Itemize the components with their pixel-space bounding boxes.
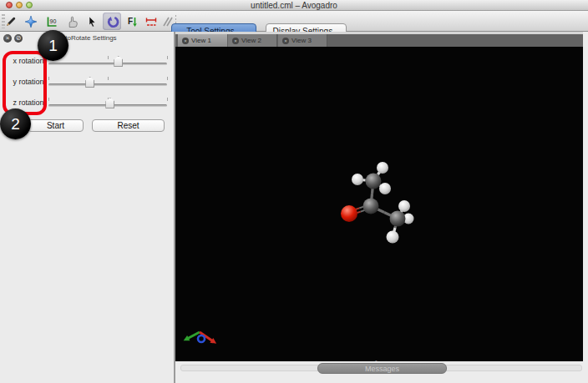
avogadro-window: untitled.cml – Avogadro 90 — [0, 0, 588, 383]
atom-H2[interactable] — [377, 162, 388, 174]
reset-button[interactable]: Reset — [92, 119, 165, 132]
autooptimize-icon: F — [125, 15, 139, 28]
pencil-icon — [4, 15, 18, 28]
render-viewport[interactable] — [175, 47, 583, 361]
panel-title: AutoRotate Settings — [0, 34, 174, 42]
y-rotation-slider-track[interactable] — [48, 83, 167, 86]
x-rotation-slider-row: x rotation: — [0, 53, 174, 70]
tab-label: View 3 — [291, 37, 312, 44]
toolbar: 90 F — [0, 11, 588, 32]
autorotate-icon — [105, 15, 119, 29]
cursor-arrow-icon — [85, 15, 99, 28]
tab-label: View 2 — [241, 37, 261, 44]
atom-C2[interactable] — [366, 174, 382, 189]
x-rotation-slider-label: x rotation: — [0, 57, 46, 65]
tab-close-icon[interactable]: × — [282, 38, 289, 44]
measure-tool-button[interactable]: 90 — [43, 13, 60, 30]
atom-C1[interactable] — [363, 199, 379, 214]
panel-header: × ⊘ AutoRotate Settings — [0, 32, 174, 47]
selection-tool-button[interactable] — [84, 13, 100, 30]
start-button[interactable]: Start — [28, 119, 84, 132]
view-tabbar: ×View 1×View 2×View 3 — [175, 34, 583, 47]
autooptimize-tool-button[interactable]: F — [124, 13, 140, 30]
autorotate-settings-panel: × ⊘ AutoRotate Settings x rotation:y rot… — [0, 32, 174, 383]
axis-indicator — [184, 332, 217, 344]
molecule-acetone — [175, 47, 583, 361]
tab-close-icon[interactable]: × — [232, 38, 239, 44]
axis-blue-z — [198, 335, 205, 342]
title-bar: untitled.cml – Avogadro — [0, 0, 588, 11]
tab-view-3[interactable]: ×View 3 — [278, 34, 327, 47]
slider-tick — [167, 98, 168, 101]
manipulate-tool-button[interactable] — [63, 13, 80, 30]
x-rotation-slider-track[interactable] — [48, 63, 167, 65]
y-rotation-slider-label: y rotation: — [0, 78, 46, 86]
navigate-star-icon — [24, 15, 38, 28]
measure-distance-icon — [144, 15, 158, 28]
y-rotation-slider-row: y rotation: — [0, 74, 174, 91]
atom-C3[interactable] — [390, 211, 406, 227]
tab-view-2[interactable]: ×View 2 — [228, 34, 277, 47]
axis-red — [200, 332, 213, 341]
slider-tick — [48, 77, 49, 80]
slider-tick — [108, 77, 109, 80]
atom-H3[interactable] — [379, 183, 391, 194]
z-rotation-slider[interactable] — [48, 95, 167, 112]
x-rotation-slider-thumb[interactable] — [114, 56, 123, 67]
atom-H4[interactable] — [398, 200, 410, 212]
atom-O[interactable] — [341, 205, 357, 222]
annotation-step-2: 2 — [0, 108, 31, 139]
navigate-tool-button[interactable] — [23, 13, 39, 30]
svg-text:F: F — [128, 17, 133, 26]
annotation-step-1: 1 — [38, 30, 68, 61]
hand-icon — [65, 15, 79, 28]
atom-H6[interactable] — [387, 231, 399, 244]
x-rotation-slider[interactable] — [48, 53, 167, 70]
y-rotation-slider-thumb[interactable] — [85, 77, 94, 88]
z-rotation-slider-row: z rotation: — [0, 95, 174, 112]
tab-view-1[interactable]: ×View 1 — [178, 34, 227, 47]
messages-bar: ˆ Messages — [175, 361, 588, 383]
slider-tick — [167, 77, 168, 80]
messages-button[interactable]: Messages — [317, 363, 447, 374]
slider-tick — [167, 56, 168, 59]
svg-text:90: 90 — [50, 18, 57, 24]
autorotate-tool-button[interactable] — [104, 13, 120, 30]
draw-tool-button[interactable] — [3, 13, 19, 30]
y-rotation-slider[interactable] — [48, 74, 167, 91]
window-title: untitled.cml – Avogadro — [0, 0, 588, 11]
slider-tick — [48, 98, 49, 101]
viewport-area: ×View 1×View 2×View 3 — [175, 32, 588, 383]
atom-H1[interactable] — [352, 174, 363, 185]
tab-label: View 1 — [191, 37, 211, 44]
z-rotation-slider-label: z rotation: — [0, 98, 46, 107]
slider-tick — [108, 56, 109, 59]
tab-close-icon[interactable]: × — [182, 38, 189, 44]
angle-90-icon: 90 — [45, 15, 58, 28]
align-tool-button[interactable] — [143, 13, 160, 30]
